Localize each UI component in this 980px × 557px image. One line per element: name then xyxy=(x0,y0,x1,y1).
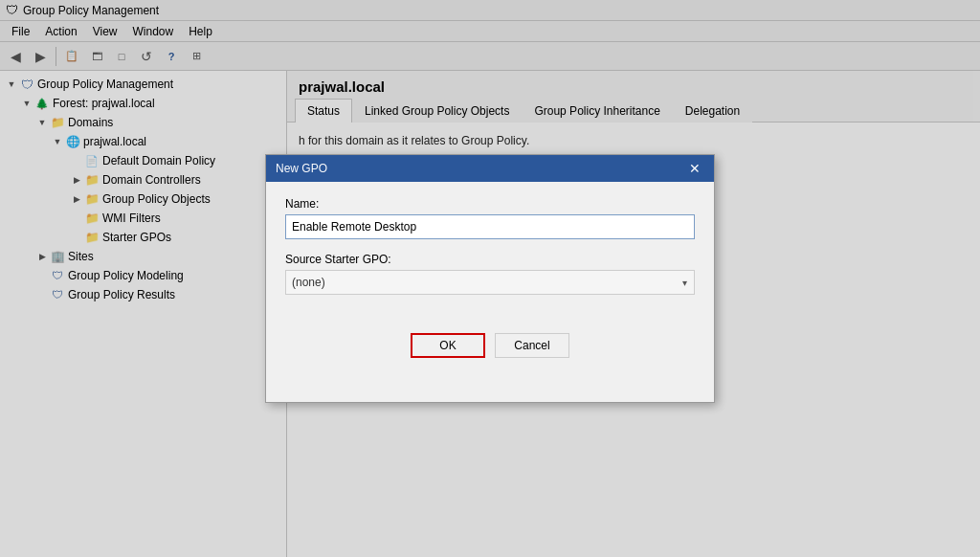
modal-close-button[interactable]: ✕ xyxy=(685,159,704,178)
modal-titlebar: New GPO ✕ xyxy=(266,155,714,182)
new-gpo-modal: New GPO ✕ Name: Source Starter GPO: (non… xyxy=(265,154,715,403)
source-select-wrapper: (none) xyxy=(285,270,695,295)
modal-overlay: New GPO ✕ Name: Source Starter GPO: (non… xyxy=(0,0,980,557)
modal-title: New GPO xyxy=(276,162,327,175)
source-form-group: Source Starter GPO: (none) xyxy=(285,253,695,295)
cancel-button[interactable]: Cancel xyxy=(495,333,569,358)
name-input[interactable] xyxy=(285,214,695,239)
modal-body: Name: Source Starter GPO: (none) xyxy=(266,182,714,323)
source-select[interactable]: (none) xyxy=(285,270,695,295)
source-label: Source Starter GPO: xyxy=(285,253,695,266)
modal-buttons: OK Cancel xyxy=(266,323,714,373)
ok-button[interactable]: OK xyxy=(411,333,485,358)
name-label: Name: xyxy=(285,197,695,211)
name-form-group: Name: xyxy=(285,197,695,239)
